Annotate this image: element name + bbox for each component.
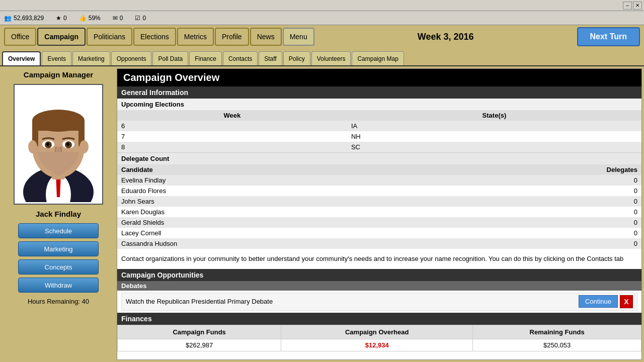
debates-label: Debates (117, 281, 641, 291)
campaign-funds-header: Campaign Funds (118, 325, 281, 339)
minimize-button[interactable]: – (623, 2, 632, 10)
tab-policy[interactable]: Policy (283, 51, 310, 65)
people-icon: 👥 (4, 15, 12, 22)
schedule-button[interactable]: Schedule (18, 223, 99, 238)
delegate-count-header: Delegate Count (117, 152, 641, 164)
candidate-col-header: Candidate (117, 164, 443, 175)
candidate-delegates-2: 0 (443, 196, 641, 207)
candidate-row: Gerald Shields0 (117, 217, 641, 228)
election-state-0: IA (347, 121, 641, 131)
main-area: Campaign Manager (0, 66, 644, 362)
candidate-delegates-3: 0 (443, 207, 641, 217)
stars-stat: ★ 0 (56, 15, 67, 22)
election-week-0: 6 (117, 121, 347, 131)
profile-button[interactable]: Profile (215, 28, 249, 46)
candidate-name-4: Gerald Shields (117, 217, 443, 228)
tab-events[interactable]: Events (42, 51, 71, 65)
election-row: 6IA (117, 121, 641, 131)
topnav: Office Campaign Politicians Elections Me… (0, 25, 644, 48)
approval-value: 59% (89, 15, 101, 22)
elections-table: Week State(s) 6IA7NH8SC (117, 110, 641, 152)
delegates-table: Candidate Delegates Evelina Findlay0Edua… (117, 164, 641, 249)
elections-button[interactable]: Elections (133, 28, 176, 46)
population-value: 52,693,829 (14, 15, 44, 22)
state-col-header: State(s) (347, 110, 641, 121)
description-text: Contact organizations in your community … (117, 249, 641, 269)
stars-value: 0 (63, 15, 67, 22)
candidate-delegates-4: 0 (443, 217, 641, 228)
population-stat: 👥 52,693,829 (4, 15, 44, 22)
candidate-name-3: Karen Douglas (117, 207, 443, 217)
metrics-button[interactable]: Metrics (177, 28, 214, 46)
statsbar: 👥 52,693,829 ★ 0 👍 59% ✉ 0 ☑ 0 (0, 11, 644, 25)
campaign-funds-value: $262,987 (118, 339, 281, 351)
candidate-row: Eduardo Flores0 (117, 186, 641, 196)
svg-point-10 (28, 140, 37, 153)
candidate-row: Lacey Cornell0 (117, 228, 641, 238)
tab-marketing[interactable]: Marketing (72, 51, 110, 65)
svg-rect-7 (32, 121, 85, 131)
candidate-row: Cassandra Hudson0 (117, 238, 641, 249)
hours-remaining: Hours Remaining: 40 (28, 298, 89, 305)
avatar (14, 84, 103, 205)
tab-volunteers[interactable]: Volunteers (311, 51, 351, 65)
news-button[interactable]: News (250, 28, 282, 46)
svg-point-17 (66, 143, 69, 146)
candidate-row: Evelina Findlay0 (117, 175, 641, 186)
week-display: Week 3, 2016 (315, 32, 576, 42)
election-state-1: NH (347, 131, 641, 142)
sidebar-title: Campaign Manager (24, 70, 93, 79)
candidate-row: John Sears0 (117, 196, 641, 207)
week-col-header: Week (117, 110, 347, 121)
close-debate-button[interactable]: X (620, 295, 633, 308)
next-turn-button[interactable]: Next Turn (577, 27, 640, 46)
campaign-button[interactable]: Campaign (37, 28, 86, 46)
general-info-header: General Information (117, 86, 641, 99)
candidate-row: Karen Douglas0 (117, 207, 641, 217)
thumb-icon: 👍 (79, 15, 87, 22)
tab-staff[interactable]: Staff (259, 51, 282, 65)
subnav: Overview Events Marketing Opponents Poll… (0, 48, 644, 66)
election-week-2: 8 (117, 142, 347, 152)
tasks-value: 0 (142, 15, 146, 22)
debate-row: Watch the Republican Presidential Primar… (121, 293, 637, 311)
concepts-button[interactable]: Concepts (18, 259, 99, 275)
candidate-delegates-1: 0 (443, 186, 641, 196)
delegates-col-header: Delegates (443, 164, 641, 175)
tab-opponents[interactable]: Opponents (111, 51, 152, 65)
sidebar: Campaign Manager (0, 66, 117, 362)
tab-poll-data[interactable]: Poll Data (152, 51, 188, 65)
menu-button[interactable]: Menu (283, 28, 314, 46)
remaining-funds-value: $250,053 (473, 339, 641, 351)
election-row: 7NH (117, 131, 641, 142)
marketing-button[interactable]: Marketing (18, 241, 99, 256)
candidate-delegates-5: 0 (443, 228, 641, 238)
star-icon: ★ (56, 15, 61, 22)
close-button[interactable]: ✕ (633, 2, 642, 10)
approval-stat: 👍 59% (79, 15, 101, 22)
tasks-stat: ☑ 0 (135, 15, 146, 22)
messages-value: 0 (120, 15, 123, 22)
finances-header: Finances (117, 313, 641, 325)
withdraw-button[interactable]: Withdraw (18, 278, 99, 293)
candidate-name: Jack Findlay (36, 210, 81, 218)
tab-campaign-map[interactable]: Campaign Map (352, 51, 404, 65)
content-title: Campaign Overview (117, 69, 641, 86)
campaign-overhead-header: Campaign Overhead (281, 325, 473, 339)
upcoming-elections-label: Upcoming Elections (117, 99, 641, 110)
svg-point-16 (46, 143, 49, 146)
tab-finance[interactable]: Finance (189, 51, 222, 65)
campaign-opportunities-header: Campaign Opportunities (117, 269, 641, 281)
remaining-funds-header: Remaining Funds (473, 325, 641, 339)
continue-button[interactable]: Continue (579, 295, 618, 308)
campaign-overhead-value: $12,934 (281, 339, 473, 351)
tab-overview[interactable]: Overview (2, 51, 41, 65)
election-row: 8SC (117, 142, 641, 152)
tab-contacts[interactable]: Contacts (223, 51, 258, 65)
messages-stat: ✉ 0 (113, 15, 123, 22)
office-button[interactable]: Office (4, 28, 36, 46)
politicians-button[interactable]: Politicians (87, 28, 132, 46)
finances-table: Campaign Funds Campaign Overhead Remaini… (117, 325, 641, 351)
mail-icon: ✉ (113, 15, 118, 22)
candidate-name-1: Eduardo Flores (117, 186, 443, 196)
